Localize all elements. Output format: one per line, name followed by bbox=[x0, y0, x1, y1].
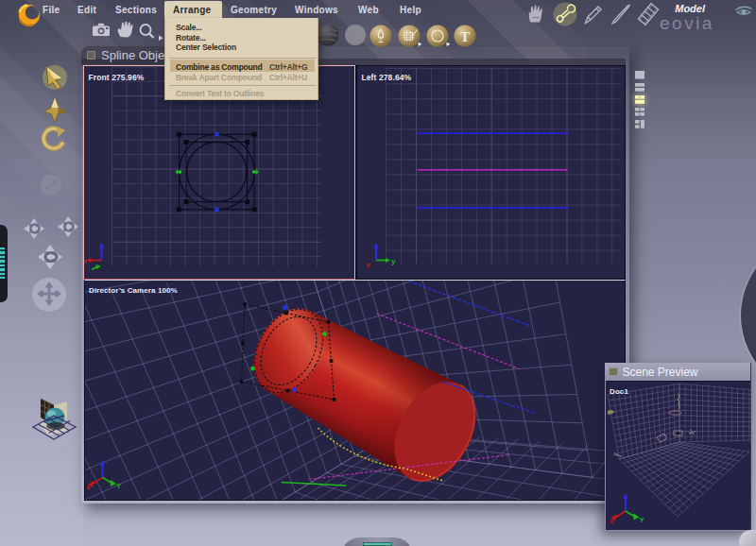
svg-text:x: x bbox=[366, 261, 370, 269]
svg-text:T: T bbox=[460, 29, 470, 44]
svg-text:Y: Y bbox=[116, 482, 121, 490]
svg-text:Y: Y bbox=[640, 515, 644, 523]
svg-text:y: y bbox=[391, 257, 396, 265]
